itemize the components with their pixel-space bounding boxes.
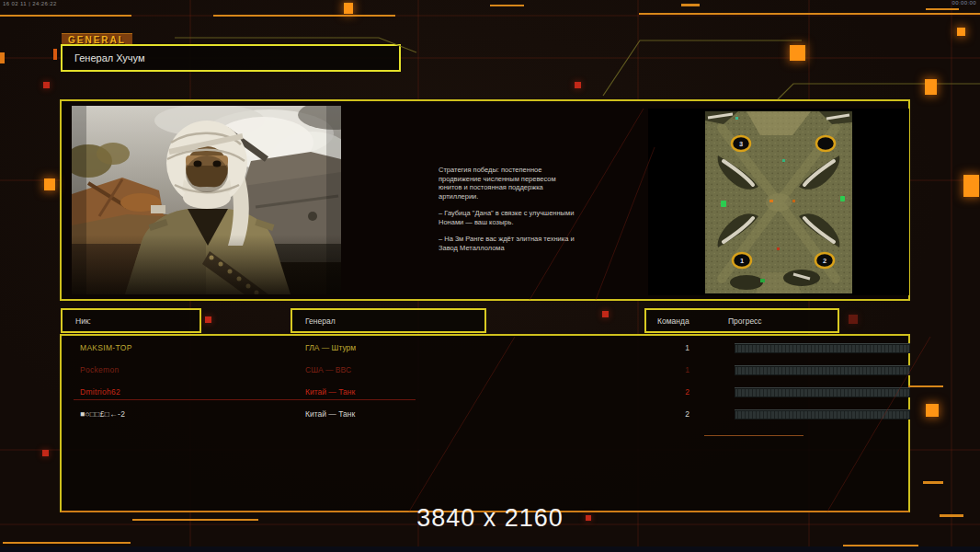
briefing-paragraph: – Гаубица "Дана" в связке с улучшенными … [439,209,576,226]
player-nick: Pockemon [80,365,120,374]
general-name: Генерал Хучум [74,52,145,63]
player-general: США — ВВС [305,365,351,374]
header-nick-label: Ник: [75,316,91,326]
briefing-paragraph: Стратегия победы: постепенное продвижени… [439,166,576,201]
player-row: Pockemon США — ВВС 1 [62,360,908,382]
minimap: 3 1 2 [648,109,909,295]
bottom-bar [0,546,980,552]
decor-square-red [575,82,581,88]
player-row: ■○□□£□←-2 Китай — Танк 2 [62,404,908,426]
decor-square-red [42,450,49,456]
start-marker-label: 2 [823,257,826,265]
player-general: Китай — Танк [305,409,355,419]
header-team-progress: Команда Прогресс [644,308,839,333]
start-marker-label: 1 [740,257,744,265]
player-team: 2 [664,387,689,397]
player-general: ГЛА — Штурм [305,343,356,352]
player-row: Dmitrioh62 Китай — Танк 2 [62,382,908,404]
progress-bar [735,409,910,420]
start-marker-label: 3 [739,140,743,148]
strategy-briefing: Стратегия победы: постепенное продвижени… [439,166,576,260]
progress-bar [735,387,910,397]
minimap-image: 3 1 2 [705,111,852,293]
header-progress-label: Прогресс [728,316,762,326]
resolution-label: 3840 x 2160 [416,504,564,533]
decor-square-red [586,515,591,521]
decor-square-red [602,311,609,317]
player-team: 1 [664,365,689,374]
progress-bar [735,365,910,375]
decor-square [344,3,353,14]
system-overlay-topleft: 16 02 11 | 24:26:22 [3,1,57,6]
decor-square-red [43,82,50,88]
decor-square [957,28,965,36]
player-row: MAKSIM-TOP ГЛА — Штурм 1 [62,338,908,360]
player-team: 2 [664,409,689,419]
header-team-label: Команда [657,316,698,326]
general-portrait [72,106,341,294]
player-nick: Dmitrioh62 [80,387,120,397]
row-underline-decor [74,399,416,400]
decor-square [963,175,979,197]
briefing-panel: Стратегия победы: постепенное продвижени… [60,99,910,301]
player-general: Китай — Танк [305,387,355,397]
players-table: MAKSIM-TOP ГЛА — Штурм 1 Pockemon США — … [60,334,910,512]
decor-square [790,45,805,61]
player-team: 1 [664,343,689,352]
general-name-box: Генерал Хучум [61,44,401,72]
decor-square-red [849,315,858,324]
system-overlay-topright: 00:00:00 [952,0,976,6]
decor-square-red [205,316,211,323]
header-nick: Ник: [61,308,201,333]
decor-square [44,178,55,190]
game-lobby-screen: 16 02 11 | 24:26:22 00:00:00 GENERAL Ген… [0,0,980,552]
decor-square [926,404,939,417]
header-general-label: Генерал [305,316,336,326]
briefing-paragraph: – На 3м Ранге вас ждёт элитная техника и… [439,235,576,252]
header-general: Генерал [291,308,486,333]
player-nick: MAKSIM-TOP [80,343,132,352]
portrait-image [72,106,341,294]
player-nick: ■○□□£□←-2 [80,409,125,419]
decor-square [925,79,937,95]
progress-bar [735,343,910,353]
